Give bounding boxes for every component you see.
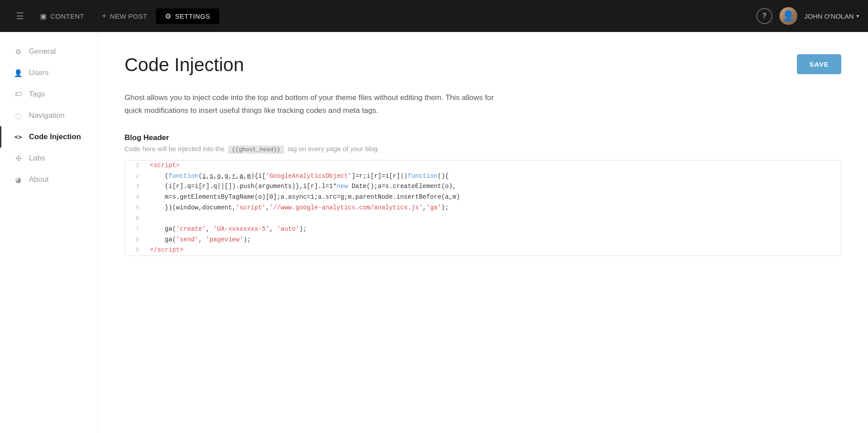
hamburger-icon[interactable]: ☰ <box>9 6 31 26</box>
user-menu[interactable]: JOHN O'NOLAN ▾ <box>804 12 859 20</box>
nav-content[interactable]: ▣ CONTENT <box>31 8 93 24</box>
chevron-down-icon: ▾ <box>856 13 859 19</box>
navigation-icon: ◌ <box>14 112 23 120</box>
sidebar-item-labs[interactable]: ✣ Labs <box>0 148 97 169</box>
topnav: ☰ ▣ CONTENT + NEW POST ⚙ SETTINGS ? 👤 JO… <box>0 0 868 32</box>
nav-settings[interactable]: ⚙ SETTINGS <box>156 8 219 24</box>
sidebar: ⚙ General 👤 Users 🏷 Tags ◌ Navigation <>… <box>0 32 98 433</box>
page-title: Code Injection <box>125 54 244 76</box>
save-button[interactable]: SAVE <box>797 54 841 74</box>
code-line-3: 3 (i[r].q=i[r].q||[]).push(arguments)},i… <box>125 181 841 192</box>
code-line-4: 4 m=s.getElementsByTagName(o)[0];a.async… <box>125 192 841 203</box>
code-line-9: 9 </script> <box>125 245 841 256</box>
blog-header-subtitle: Code here will be injected into the {{gh… <box>125 145 841 154</box>
code-line-5: 5 })(window,document,'script','//www.goo… <box>125 203 841 213</box>
code-line-1: 1 <script> <box>125 160 841 171</box>
sidebar-item-general[interactable]: ⚙ General <box>0 41 97 62</box>
gear-icon: ⚙ <box>14 48 23 56</box>
plus-icon: + <box>102 12 107 20</box>
nav-new-post[interactable]: + NEW POST <box>93 8 157 24</box>
labs-icon: ✣ <box>14 154 23 163</box>
sidebar-item-users[interactable]: 👤 Users <box>0 62 97 84</box>
blog-header-title: Blog Header <box>125 133 841 142</box>
sidebar-item-about[interactable]: ◕ About <box>0 169 97 190</box>
about-icon: ◕ <box>14 176 23 184</box>
code-icon: <> <box>14 133 23 140</box>
tag-icon: 🏷 <box>14 90 23 98</box>
code-line-6: 6 <box>125 213 841 224</box>
sidebar-item-code-injection[interactable]: <> Code Injection <box>0 126 97 148</box>
code-editor[interactable]: 1 <script> 2 (function(i,s,o,g,r,a,m){i[… <box>125 160 841 256</box>
sidebar-item-navigation[interactable]: ◌ Navigation <box>0 105 97 126</box>
main-content: Code Injection SAVE Ghost allows you to … <box>98 32 868 433</box>
content-icon: ▣ <box>40 12 47 20</box>
topnav-right: ? 👤 JOHN O'NOLAN ▾ <box>756 7 859 25</box>
avatar[interactable]: 👤 <box>780 7 797 25</box>
code-line-7: 7 ga('create', 'UA-xxxxxxxx-5', 'auto'); <box>125 224 841 235</box>
help-button[interactable]: ? <box>756 8 772 24</box>
users-icon: 👤 <box>14 69 23 77</box>
layout: ⚙ General 👤 Users 🏷 Tags ◌ Navigation <>… <box>0 32 868 433</box>
description-text: Ghost allows you to inject code into the… <box>125 92 507 117</box>
sidebar-item-tags[interactable]: 🏷 Tags <box>0 84 97 105</box>
settings-icon: ⚙ <box>165 12 172 20</box>
code-line-8: 8 ga('send', 'pageview'); <box>125 235 841 245</box>
page-header: Code Injection SAVE <box>125 54 841 76</box>
code-line-2: 2 (function(i,s,o,g,r,a,m){i['GoogleAnal… <box>125 171 841 182</box>
ghost-head-tag: {{ghost_head}} <box>228 145 284 154</box>
